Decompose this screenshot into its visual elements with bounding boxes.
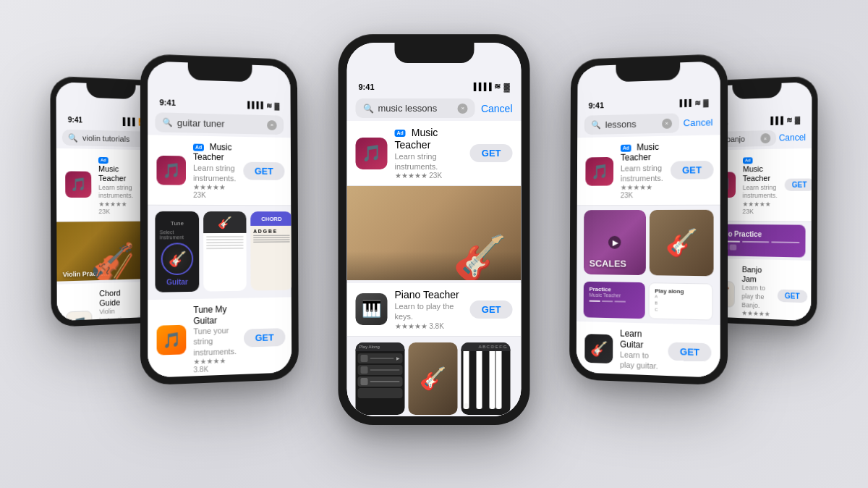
search-clear-3[interactable]: × [458, 104, 468, 114]
battery-3: ▓ [503, 83, 509, 91]
app-result-2-phone4[interactable]: 🎸 Learn Guitar Learn to play guitar. GET [576, 321, 720, 377]
status-time-4: 9:41 [589, 101, 604, 109]
app-info-2-phone4: Learn Guitar Learn to play guitar. [620, 329, 661, 372]
app-subtitle-1-phone4: Learn string instruments. [621, 163, 663, 184]
wifi-2: ≋ [266, 101, 272, 109]
search-clear-2[interactable]: × [267, 119, 277, 130]
scales-screenshots: SCALES 🎸 [576, 206, 720, 281]
ad-badge-3: Ad [395, 130, 406, 137]
battery-2: ▓ [274, 101, 279, 109]
app-name-2-phone2: Tune My Guitar [193, 304, 237, 326]
app-subtitle-1-phone3: Learn string instruments. [395, 151, 463, 172]
search-text-3: music lessons [378, 103, 438, 114]
app-rating-1-phone3: ★★★★★ 23K [395, 172, 463, 180]
status-icons-5: ▐▐▐ ≋ ▓ [768, 116, 800, 125]
status-icons-2: ▐▐▐▐ ≋ ▓ [245, 101, 279, 109]
ad-badge-2: Ad [193, 143, 204, 151]
piano-keys-screen: A B C D E F G [461, 342, 511, 415]
scales-label: SCALES [590, 258, 626, 269]
practice-app-name: Music Teacher [589, 293, 639, 298]
guitar-hands-image [347, 186, 522, 280]
search-icon-4: 🔍 [591, 120, 601, 130]
app-info-1-phone5: Ad Music Teacher Learn string instrument… [742, 155, 778, 215]
app-info-1-phone1: Ad Music Teacher Learn string instrument… [98, 155, 133, 215]
app-result-1-phone4[interactable]: 🎵 Ad Music Teacher Learn string instrume… [577, 135, 720, 206]
get-btn-2-phone4[interactable]: GET [668, 342, 712, 361]
violin-practice-label-1: Violin Practic... [63, 269, 110, 278]
play-along-screen: Play Along ▶ [356, 342, 405, 415]
search-clear-5[interactable]: × [760, 133, 770, 143]
app-icon-learn-guitar: 🎸 [584, 334, 613, 363]
wifi-3: ≋ [494, 82, 501, 91]
search-clear-4[interactable]: × [662, 118, 672, 128]
app-result-2-phone2[interactable]: 🎵 Tune My Guitar Tune your string instru… [148, 298, 292, 378]
search-text-4: lessons [605, 119, 637, 130]
cancel-btn-4[interactable]: Cancel [684, 117, 713, 128]
app-info-2-phone1: Chord Guide Violin instruction and tutor… [99, 288, 129, 321]
app-subtitle-1-phone2: Learn string instruments. [193, 162, 236, 183]
app-result-1-phone3[interactable]: 🎵 Ad Music Teacher Learn string instrume… [347, 121, 522, 186]
get-btn-2-phone5[interactable]: GET [778, 290, 807, 303]
status-icons-4: ▐▐▐ ≋ ▓ [678, 98, 709, 107]
app-rating-2-phone2: ★★★★★ 3.8K [193, 356, 237, 374]
tuner-screenshots: Tune Select Instrument 🎸 Guitar 🎸 [148, 206, 292, 298]
phones-container: 9:41 ▐▐▐ 📶 ▓ 🔍 violin tutorials × [36, 20, 832, 468]
app-subtitle-2-phone2: Tune your string instruments. [193, 325, 237, 358]
signal-icon-1: ▐▐▐ [120, 117, 135, 125]
cancel-btn-5[interactable]: Cancel [779, 132, 806, 143]
get-btn-2-phone2[interactable]: GET [244, 328, 285, 348]
battery-5: ▓ [795, 116, 800, 124]
app-subtitle-2-phone1: Violin instruction and tutorials. [99, 307, 129, 321]
app-icon-chord-1: 🎵 [66, 311, 93, 321]
search-icon-2: 🔍 [163, 117, 173, 127]
phone-center: 9:41 ▐▐▐▐ ≋ ▓ 🔍 music lessons × Cancel [339, 34, 530, 425]
app-rating-2-phone3: ★★★★★ 3.8K [395, 322, 463, 330]
ad-badge-5: Ad [743, 157, 753, 164]
app-info-1-phone2: Ad Music Teacher Learn string instrument… [193, 142, 237, 200]
app-info-1-phone3: Ad Music Teacher Learn string instrument… [395, 127, 463, 180]
piano-screenshots-row: Play Along ▶ [347, 337, 522, 416]
app-name-2-phone3: Piano Teacher [395, 289, 463, 301]
tuner-screen-1: Tune Select Instrument 🎸 Guitar [155, 211, 199, 293]
scales-image: SCALES [584, 210, 646, 275]
signal-2: ▐▐▐▐ [245, 101, 263, 109]
app-info-2-phone5: Banjo Jam Learn to play the Banjo. ★★★★★… [741, 265, 770, 321]
battery-4: ▓ [703, 98, 708, 106]
search-text-1: violin tutorials [82, 133, 129, 143]
get-btn-1-phone3[interactable]: GET [470, 144, 513, 162]
app-rating-1-phone1: ★★★★★ 23K [98, 201, 133, 215]
get-btn-2-phone3[interactable]: GET [470, 300, 513, 319]
practice-card: Practice Music Teacher [584, 282, 645, 319]
phone-right: 9:41 ▐▐▐ ≋ ▓ 🔍 lessons × Cancel [569, 54, 728, 386]
cancel-btn-3[interactable]: Cancel [481, 103, 513, 114]
app-icon-music-3: 🎵 [356, 138, 388, 169]
wifi-5: ≋ [786, 116, 792, 124]
app-result-1-phone2[interactable]: 🎵 Ad Music Teacher Learn string instrume… [148, 135, 291, 206]
app-rating-1-phone5: ★★★★★ 23K [742, 201, 777, 215]
app-result-2-phone3[interactable]: 🎹 Piano Teacher Learn to play the keys. … [347, 283, 522, 336]
app-subtitle-2-phone5: Learn to play the Banjo. [741, 284, 770, 311]
get-btn-1-phone2[interactable]: GET [243, 162, 284, 180]
app-rating-1-phone4: ★★★★★ 23K [621, 183, 663, 199]
app-subtitle-2-phone4: Learn to play guitar. [620, 350, 661, 372]
get-btn-1-phone4[interactable]: GET [671, 161, 713, 180]
get-btn-1-phone5[interactable]: GET [785, 178, 812, 190]
app-name-2-phone5: Banjo Jam [742, 265, 771, 285]
app-icon-music-2: 🎵 [156, 156, 186, 185]
notch-2 [188, 62, 252, 82]
notch-4 [616, 62, 680, 82]
signal-4: ▐▐▐ [678, 99, 692, 107]
phone-right-screen: 9:41 ▐▐▐ ≋ ▓ 🔍 lessons × Cancel [576, 61, 720, 378]
phone-left-screen: 9:41 ▐▐▐▐ ≋ ▓ 🔍 guitar tuner × [148, 61, 292, 378]
app-name-2-phone1: Chord Guide [99, 288, 129, 308]
app-icon-piano-3: 🎹 [356, 293, 388, 325]
app-name-1-phone5: Music Teacher [743, 164, 770, 182]
ad-badge-1: Ad [98, 156, 109, 163]
playalong-card: Play along A B C [648, 283, 712, 321]
guitar-playing-screen: 🎸 [409, 342, 458, 415]
ad-badge-4: Ad [621, 144, 631, 152]
phone-left: 9:41 ▐▐▐▐ ≋ ▓ 🔍 guitar tuner × [140, 54, 299, 386]
app-icon-music-4: 🎵 [585, 157, 613, 186]
status-icons-3: ▐▐▐▐ ≋ ▓ [471, 82, 509, 91]
app-name-2-phone4: Learn Guitar [620, 329, 661, 351]
